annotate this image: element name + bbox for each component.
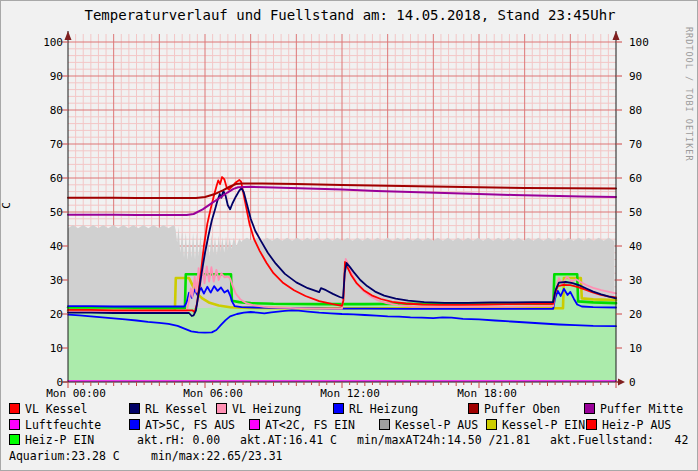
legend-item: akt.rH: 0.00 — [137, 433, 220, 447]
chart-plot — [1, 1, 698, 401]
legend-swatch — [379, 419, 390, 430]
legend-swatch — [249, 419, 260, 430]
y-tick-label: 70 — [29, 138, 63, 151]
y-tick-label-right: 40 — [629, 240, 663, 253]
legend-item: Aquarium:23.28 C — [9, 449, 120, 463]
legend-item: Heiz-P AUS — [586, 418, 671, 432]
rrdtool-graph: Temperaturverlauf und Fuellstand am: 14.… — [0, 0, 698, 471]
y-tick-label-right: 100 — [629, 36, 663, 49]
legend-swatch — [9, 403, 20, 414]
legend-item: Luftfeuchte — [9, 418, 101, 432]
legend-label: VL Kessel — [25, 402, 87, 416]
y-tick-label: 50 — [29, 206, 63, 219]
x-tick-label: Mon 06:00 — [183, 387, 243, 400]
y-tick-label: 60 — [29, 172, 63, 185]
legend-swatch — [486, 419, 497, 430]
legend-label: Puffer Oben — [484, 402, 560, 416]
y-tick-label-right: 60 — [629, 172, 663, 185]
legend-label: AT>5C, FS AUS — [145, 418, 235, 432]
legend-label: akt.Fuellstand: 42 — [550, 433, 688, 447]
legend-item: Puffer Mitte — [584, 402, 683, 416]
y-tick-label-right: 10 — [629, 342, 663, 355]
legend-swatch — [129, 403, 140, 414]
legend-item: AT>5C, FS AUS — [129, 418, 235, 432]
rrdtool-watermark: RRDTOOL / TOBI OETIKER — [684, 27, 694, 162]
legend-label: AT<2C, FS EIN — [265, 418, 355, 432]
y-tick-label-right: 20 — [629, 308, 663, 321]
legend-item: akt.Fuellstand: 42 — [550, 433, 688, 447]
y-tick-label-right: 30 — [629, 274, 663, 287]
legend-item: AT<2C, FS EIN — [249, 418, 355, 432]
y-tick-label: 20 — [29, 308, 63, 321]
legend-item: VL Heizung — [216, 402, 301, 416]
y-tick-label: 10 — [29, 342, 63, 355]
legend-label: RL Kessel — [145, 402, 207, 416]
chart-legend: VL KesselRL KesselVL HeizungRL HeizungPu… — [1, 402, 698, 464]
y-axis-unit-label: C — [0, 202, 13, 209]
legend-row: LuftfeuchteAT>5C, FS AUSAT<2C, FS EINKes… — [1, 418, 698, 434]
legend-item: Puffer Oben — [468, 402, 560, 416]
legend-item: Kessel-P AUS — [379, 418, 478, 432]
legend-swatch — [9, 434, 20, 445]
legend-item: akt.AT:16.41 C — [240, 433, 337, 447]
x-tick-label: Mon 18:00 — [457, 387, 517, 400]
y-tick-label-right: 70 — [629, 138, 663, 151]
legend-swatch — [584, 403, 595, 414]
y-tick-label-right: 80 — [629, 104, 663, 117]
legend-item: VL Kessel — [9, 402, 87, 416]
legend-swatch — [216, 403, 227, 414]
legend-row: VL KesselRL KesselVL HeizungRL HeizungPu… — [1, 402, 698, 418]
y-tick-label: 30 — [29, 274, 63, 287]
legend-swatch — [333, 403, 344, 414]
legend-item: min/max:22.65/23.31 — [151, 449, 283, 463]
legend-item: min/maxAT24h:14.50 /21.81 — [357, 433, 530, 447]
legend-label: Heiz-P AUS — [602, 418, 671, 432]
legend-item: RL Kessel — [129, 402, 207, 416]
legend-label: VL Heizung — [232, 402, 301, 416]
legend-label: Heiz-P EIN — [25, 433, 94, 447]
y-tick-label: 100 — [29, 36, 63, 49]
legend-label: Puffer Mitte — [600, 402, 683, 416]
y-tick-label: 90 — [29, 70, 63, 83]
legend-label: min/max:22.65/23.31 — [151, 449, 283, 463]
legend-row: Heiz-P EINakt.rH: 0.00akt.AT:16.41 Cmin/… — [1, 433, 698, 449]
legend-swatch — [129, 419, 140, 430]
x-tick-label: Mon 12:00 — [320, 387, 380, 400]
legend-label: min/maxAT24h:14.50 /21.81 — [357, 433, 530, 447]
x-tick-label: Mon 00:00 — [46, 387, 106, 400]
legend-label: Luftfeuchte — [25, 418, 101, 432]
legend-label: Kessel-P EIN — [502, 418, 585, 432]
y-tick-label: 40 — [29, 240, 63, 253]
legend-swatch — [468, 403, 479, 414]
legend-label: akt.AT:16.41 C — [240, 433, 337, 447]
legend-label: Kessel-P AUS — [395, 418, 478, 432]
legend-swatch — [586, 419, 597, 430]
legend-label: RL Heizung — [349, 402, 418, 416]
legend-item: Kessel-P EIN — [486, 418, 585, 432]
legend-item: Heiz-P EIN — [9, 433, 94, 447]
y-tick-label-right: 50 — [629, 206, 663, 219]
legend-swatch — [9, 419, 20, 430]
y-tick-label-right: 90 — [629, 70, 663, 83]
y-tick-label-right: 0 — [629, 376, 663, 389]
legend-item: RL Heizung — [333, 402, 418, 416]
legend-label: Aquarium:23.28 C — [9, 449, 120, 463]
legend-label: akt.rH: 0.00 — [137, 433, 220, 447]
legend-row: Aquarium:23.28 Cmin/max:22.65/23.31 — [1, 449, 698, 465]
y-tick-label: 80 — [29, 104, 63, 117]
